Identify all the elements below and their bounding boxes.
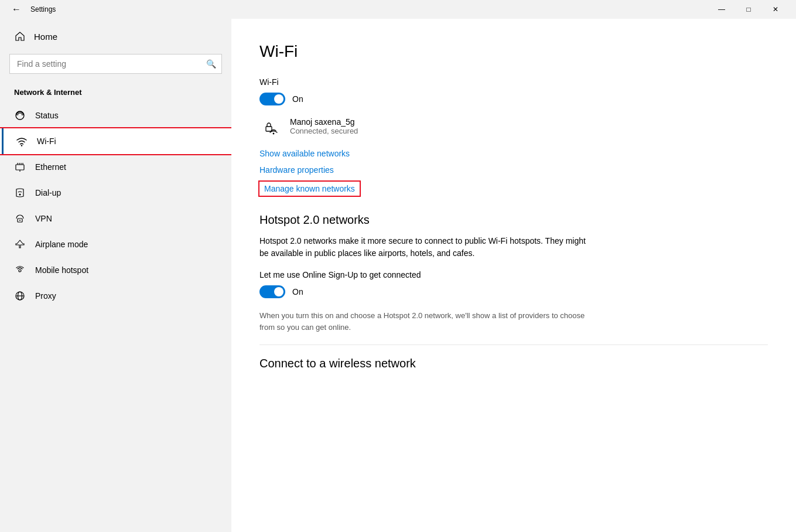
hotspot-icon xyxy=(14,264,26,276)
titlebar: ← Settings — □ ✕ xyxy=(0,0,796,19)
sidebar-item-status[interactable]: Status xyxy=(0,103,231,128)
svg-point-11 xyxy=(19,270,21,272)
home-icon xyxy=(14,30,26,42)
search-icon: 🔍 xyxy=(206,59,216,69)
sidebar-label-wifi: Wi-Fi xyxy=(37,137,56,146)
hotspot-description: Hotspot 2.0 networks make it more secure… xyxy=(259,235,587,260)
maximize-button[interactable]: □ xyxy=(735,0,762,19)
network-name: Manoj saxena_5g xyxy=(290,117,358,127)
airplane-icon xyxy=(14,238,26,250)
network-info: Manoj saxena_5g Connected, secured xyxy=(290,117,358,135)
proxy-icon xyxy=(14,290,26,302)
minimize-button[interactable]: — xyxy=(708,0,735,19)
svg-point-8 xyxy=(19,194,21,196)
ethernet-icon xyxy=(14,161,26,173)
svg-point-1 xyxy=(21,145,22,146)
online-toggle-label: On xyxy=(292,287,303,296)
hardware-link[interactable]: Hardware properties xyxy=(259,165,768,175)
app-body: Home 🔍 Network & Internet Status xyxy=(0,19,796,532)
online-toggle[interactable] xyxy=(259,285,285,298)
status-icon xyxy=(14,110,26,121)
network-icon xyxy=(259,117,282,139)
dialup-icon xyxy=(14,187,26,199)
sidebar-item-vpn[interactable]: VPN xyxy=(0,206,231,231)
sidebar-item-home[interactable]: Home xyxy=(0,19,231,54)
hotspot-heading: Hotspot 2.0 networks xyxy=(259,213,768,227)
network-row: Manoj saxena_5g Connected, secured xyxy=(259,117,768,139)
svg-rect-2 xyxy=(16,165,24,170)
show-networks-link[interactable]: Show available networks xyxy=(259,149,768,158)
home-label: Home xyxy=(34,32,57,42)
sidebar-label-dialup: Dial-up xyxy=(35,188,61,197)
search-box: 🔍 xyxy=(9,54,222,74)
wifi-toggle-row: On xyxy=(259,93,768,105)
content-area: Wi-Fi Wi-Fi On Manoj sa xyxy=(231,19,796,532)
manage-known-box: Manage known networks xyxy=(259,182,360,196)
sidebar-item-proxy[interactable]: Proxy xyxy=(0,283,231,309)
sidebar-item-ethernet[interactable]: Ethernet xyxy=(0,154,231,180)
network-status: Connected, secured xyxy=(290,127,358,135)
svg-point-16 xyxy=(273,133,275,135)
sidebar-item-wifi[interactable]: Wi-Fi xyxy=(0,128,231,154)
sidebar-item-dialup[interactable]: Dial-up xyxy=(0,180,231,206)
sidebar-label-status: Status xyxy=(35,111,59,120)
online-toggle-row: On xyxy=(259,285,768,298)
page-title: Wi-Fi xyxy=(259,42,768,61)
online-description: When you turn this on and choose a Hotsp… xyxy=(259,310,587,333)
manage-link[interactable]: Manage known networks xyxy=(264,184,355,193)
wifi-toggle-label: On xyxy=(292,94,303,104)
window-controls: — □ ✕ xyxy=(708,0,789,19)
search-input[interactable] xyxy=(9,54,222,74)
sidebar-item-airplane[interactable]: Airplane mode xyxy=(0,231,231,257)
svg-point-10 xyxy=(19,220,21,221)
sidebar-item-hotspot[interactable]: Mobile hotspot xyxy=(0,257,231,283)
sidebar: Home 🔍 Network & Internet Status xyxy=(0,19,231,532)
sidebar-label-hotspot: Mobile hotspot xyxy=(35,265,88,275)
close-button[interactable]: ✕ xyxy=(762,0,789,19)
wifi-section-label: Wi-Fi xyxy=(259,77,768,87)
titlebar-title: Settings xyxy=(30,5,56,13)
section-title: Network & Internet xyxy=(0,83,231,103)
wifi-icon xyxy=(16,135,28,147)
svg-point-0 xyxy=(16,111,24,120)
online-signup-label: Let me use Online Sign-Up to get connect… xyxy=(259,270,768,279)
back-button[interactable]: ← xyxy=(7,2,26,17)
sidebar-label-vpn: VPN xyxy=(35,214,52,223)
divider xyxy=(259,345,768,345)
connect-heading: Connect to a wireless network xyxy=(259,357,768,370)
sidebar-label-ethernet: Ethernet xyxy=(35,162,66,172)
wifi-toggle[interactable] xyxy=(259,93,285,105)
sidebar-label-proxy: Proxy xyxy=(35,291,56,301)
sidebar-label-airplane: Airplane mode xyxy=(35,240,88,249)
vpn-icon xyxy=(14,213,26,224)
